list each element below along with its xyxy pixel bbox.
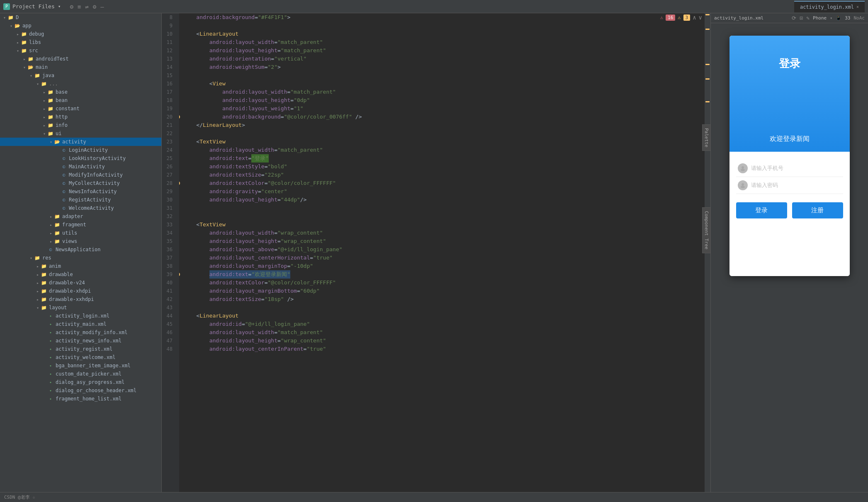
breakpoint-28[interactable] bbox=[179, 181, 180, 185]
tree-label-lookhistory: LookHistoryActivity bbox=[69, 155, 126, 161]
tree-label-libs: libs bbox=[29, 39, 41, 45]
tree-label-newsapp: NewsApplication bbox=[56, 247, 100, 252]
config-icon[interactable]: ⚙ bbox=[93, 3, 96, 10]
tree-item-loginactivity[interactable]: © LoginActivity bbox=[0, 146, 161, 154]
tree-label-pkg: ... bbox=[49, 81, 58, 87]
chevron-device-icon[interactable]: ▾ bbox=[830, 16, 832, 20]
tree-item-bga-xml[interactable]: ✦ bga_banner_item_image.xml bbox=[0, 361, 161, 370]
tree-item-res[interactable]: ▾ 📁 res bbox=[0, 254, 161, 262]
tree-item-pkg[interactable]: ▾ 📁 ... bbox=[0, 80, 161, 88]
tree-item-debug[interactable]: ▸ 📁 debug bbox=[0, 30, 161, 38]
tree-label-activity-news-xml: activity_news_info.xml bbox=[56, 338, 122, 344]
code-editor[interactable]: android:background="#F4F1F1"> ▾ <LinearL… bbox=[179, 13, 705, 492]
constant-icon: 📁 bbox=[47, 105, 54, 112]
tree-item-utils[interactable]: ▸ 📁 utils bbox=[0, 229, 161, 237]
preview-button-row: 登录 注册 bbox=[736, 202, 843, 218]
tree-item-drawable-v24[interactable]: ▸ 📁 drawable-v24 bbox=[0, 279, 161, 287]
tree-item-drawable-xhdpi[interactable]: ▸ 📁 drawable-xhdpi bbox=[0, 287, 161, 295]
tree-item-http[interactable]: ▸ 📁 http bbox=[0, 113, 161, 121]
scroll-marker-4 bbox=[705, 78, 710, 80]
tree-item-modifyinfo[interactable]: © ModifyInfoActivity bbox=[0, 171, 161, 179]
code-line-20: android:background="@color/color_0076ff"… bbox=[183, 113, 705, 121]
tree-item-layout[interactable]: ▾ 📁 layout bbox=[0, 303, 161, 312]
tree-item-adapter[interactable]: ▸ 📁 adapter bbox=[0, 212, 161, 221]
palette-tab[interactable]: Palette bbox=[702, 124, 710, 151]
tree-item-libs[interactable]: ▸ 📁 libs bbox=[0, 38, 161, 46]
bean-icon: 📁 bbox=[47, 97, 54, 104]
tree-item-newsapp[interactable]: © NewsApplication bbox=[0, 245, 161, 254]
tree-item-drawable-xxhdpi[interactable]: ▸ 📁 drawable-xxhdpi bbox=[0, 295, 161, 303]
tree-root[interactable]: ▾ 📁 D bbox=[0, 13, 161, 22]
tree-label-modifyinfo: ModifyInfoActivity bbox=[69, 172, 123, 178]
tree-item-app[interactable]: ▾ 📂 app bbox=[0, 22, 161, 30]
phone-input-phone[interactable]: 请输入手机号 bbox=[736, 160, 843, 177]
breakpoint-39[interactable] bbox=[179, 272, 180, 276]
preview-icon3[interactable]: ✎ bbox=[806, 15, 810, 21]
tree-item-activity-login-xml[interactable]: ✦ activity_login.xml bbox=[0, 312, 161, 320]
project-dropdown-icon[interactable]: ▾ bbox=[58, 4, 61, 9]
tree-item-activity-modify-xml[interactable]: ✦ activity_modify_info.xml bbox=[0, 328, 161, 337]
phone-input-password[interactable]: 请输入密码 bbox=[736, 177, 843, 194]
code-line-24: android:layout_width="match_parent" bbox=[183, 146, 705, 154]
editor-content: 8 9 10 11 12 13 14 15 16 17 18 19 20 21 … bbox=[162, 13, 710, 492]
tree-item-drawable[interactable]: ▸ 📁 drawable bbox=[0, 270, 161, 279]
minimize-icon[interactable]: — bbox=[100, 3, 104, 10]
androidtest-icon: 📁 bbox=[27, 56, 34, 62]
code-line-23: ▾ <TextView bbox=[183, 138, 705, 146]
tree-item-activity-main-xml[interactable]: ✦ activity_main.xml bbox=[0, 320, 161, 328]
tree-item-src[interactable]: ▾ 📁 src bbox=[0, 46, 161, 55]
tree-item-activity-regist-xml[interactable]: ✦ activity_regist.xml bbox=[0, 345, 161, 353]
tree-item-fragment[interactable]: ▸ 📁 fragment bbox=[0, 221, 161, 229]
xml-icon5: ✦ bbox=[47, 346, 54, 352]
tree-item-constant[interactable]: ▸ 📁 constant bbox=[0, 104, 161, 113]
code-line-19: android:layout_weight="1" bbox=[183, 104, 705, 113]
preview-register-button[interactable]: 注册 bbox=[792, 202, 843, 218]
tree-item-androidtest[interactable]: ▸ 📁 androidTest bbox=[0, 55, 161, 63]
tree-item-activity-welcome-xml[interactable]: ✦ activity_welcome.xml bbox=[0, 353, 161, 361]
tree-item-dialog-or-xml[interactable]: ✦ dialog_or_choose_header.xml bbox=[0, 386, 161, 395]
tree-item-base[interactable]: ▸ 📁 base bbox=[0, 88, 161, 96]
tree-item-newsinfo[interactable]: © NewsInfoActivity bbox=[0, 187, 161, 196]
info-icon: 📁 bbox=[47, 122, 54, 129]
tree-item-views[interactable]: ▸ 📁 views bbox=[0, 237, 161, 245]
tree-item-info[interactable]: ▸ 📁 info bbox=[0, 121, 161, 129]
code-line-28: android:textColor="@color/color_FFFFFF" bbox=[183, 179, 705, 187]
phone-preview: 登录 欢迎登录新闻 请输入手机号 bbox=[729, 36, 850, 276]
tree-item-ui[interactable]: ▾ 📁 ui bbox=[0, 129, 161, 138]
tree-item-java[interactable]: ▾ 📁 java bbox=[0, 71, 161, 80]
tree-item-activity[interactable]: ▾ 📂 activity bbox=[0, 138, 161, 146]
tree-item-welcome[interactable]: © WelcomeActivity bbox=[0, 204, 161, 212]
tree-item-lookhistoryactivity[interactable]: © LookHistoryActivity bbox=[0, 154, 161, 162]
list-icon[interactable]: ≡ bbox=[78, 3, 81, 10]
code-line-40: android:textColor="@color/color_FFFFFF" bbox=[183, 279, 705, 287]
drawable-xhdpi-icon: 📁 bbox=[41, 288, 47, 294]
tree-item-bean[interactable]: ▸ 📁 bean bbox=[0, 96, 161, 104]
preview-icon2[interactable]: ⊡ bbox=[800, 15, 803, 21]
tree-item-main[interactable]: ▾ 📂 main bbox=[0, 63, 161, 71]
tab-close-button[interactable]: × bbox=[856, 5, 859, 9]
tree-item-anim[interactable]: ▸ 📁 anim bbox=[0, 262, 161, 270]
preview-icon1[interactable]: ⟳ bbox=[792, 15, 796, 21]
breakpoint-20[interactable] bbox=[179, 115, 180, 119]
tree-label-utils: utils bbox=[62, 230, 77, 236]
tree-item-fragment-xml[interactable]: ✦ fragment_home_list.xml bbox=[0, 395, 161, 403]
chevron-up-icon[interactable]: ∧ bbox=[693, 14, 696, 21]
swap-icon[interactable]: ⇌ bbox=[85, 3, 88, 10]
device-label[interactable]: Phone bbox=[813, 15, 827, 21]
tree-item-regist[interactable]: © RegistActivity bbox=[0, 196, 161, 204]
tree-item-dialog-asy-xml[interactable]: ✦ dialog_asy_progress.xml bbox=[0, 378, 161, 386]
component-tree-tab[interactable]: Component Tree bbox=[702, 207, 710, 253]
settings-icon[interactable]: ⚙ bbox=[70, 3, 73, 10]
modifyinfo-icon: © bbox=[61, 172, 67, 178]
chevron-down-icon2[interactable]: ∨ bbox=[699, 14, 702, 21]
tree-label-welcome: WelcomeActivity bbox=[69, 205, 114, 211]
lookhistory-icon: © bbox=[61, 155, 67, 162]
active-tab[interactable]: activity_login.xml × bbox=[794, 1, 865, 12]
tree-item-mainactivity[interactable]: © MainActivity bbox=[0, 162, 161, 171]
file-tree-sidebar[interactable]: ▾ 📁 D ▾ 📂 app ▸ 📁 debug ▸ 📁 libs ▾ 📁 src bbox=[0, 13, 162, 492]
preview-login-button[interactable]: 登录 bbox=[736, 202, 787, 218]
tree-item-activity-news-xml[interactable]: ✦ activity_news_info.xml bbox=[0, 337, 161, 345]
tree-item-mycollect[interactable]: © MyCollectActivity bbox=[0, 179, 161, 187]
tree-item-custom-xml[interactable]: ✦ custom_date_picker.xml bbox=[0, 370, 161, 378]
tree-label-drawable-xhdpi: drawable-xhdpi bbox=[49, 288, 91, 294]
